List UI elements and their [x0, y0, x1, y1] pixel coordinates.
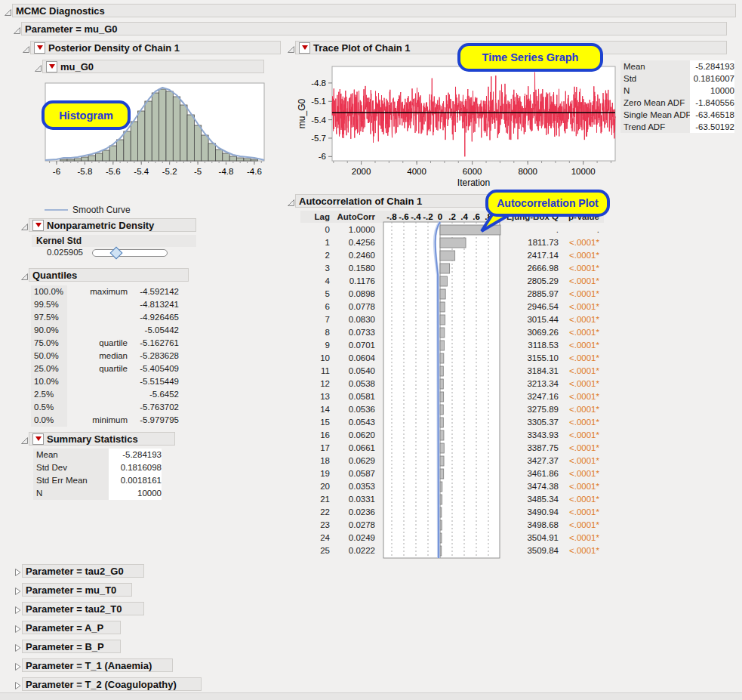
- svg-text:-.6: -.6: [399, 212, 408, 221]
- svg-text:.4: .4: [460, 212, 468, 221]
- svg-text:-.8: -.8: [386, 212, 397, 221]
- svg-text:0: 0: [438, 212, 442, 221]
- autocorrelation-callout: Autocorrelation Plot: [485, 190, 610, 217]
- svg-text:.2: .2: [448, 212, 456, 221]
- svg-text:-.4: -.4: [411, 212, 421, 221]
- callout-label: Autocorrelation Plot: [497, 197, 599, 209]
- callout-label: Time Series Graph: [482, 51, 579, 63]
- histogram-callout: Histogram: [42, 100, 131, 130]
- time-series-callout: Time Series Graph: [457, 43, 603, 72]
- callout-label: Histogram: [59, 109, 113, 122]
- svg-text:-.2: -.2: [423, 212, 433, 221]
